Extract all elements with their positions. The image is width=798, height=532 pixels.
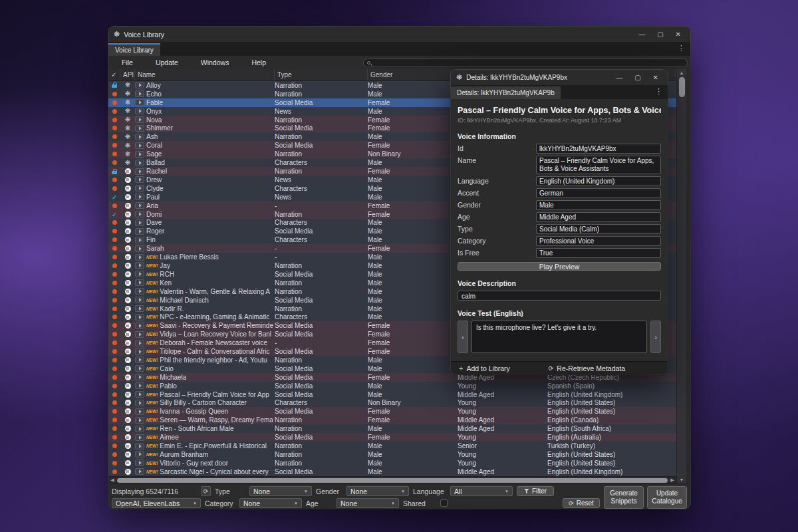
row-play-button[interactable] (135, 176, 144, 183)
source-select[interactable]: OpenAI, ElevenLabs▼ (112, 498, 201, 508)
row-play-button[interactable] (135, 374, 144, 380)
table-row[interactable]: NEW! Pascal – Friendly Calm Voice for Ap… (108, 390, 676, 399)
table-row[interactable]: NEW! Emin E. - Epic,Powerfull & Historic… (108, 442, 676, 450)
row-play-button[interactable] (135, 408, 144, 415)
row-play-button[interactable] (135, 245, 144, 252)
re-retrieve-metadata-button[interactable]: ⟳ Re-Retrieve Metadata (541, 362, 633, 374)
kebab-menu-icon[interactable]: ⋮ (678, 44, 685, 53)
table-row[interactable]: NEW! Sarcastic Nigel - Cynical about eve… (108, 467, 676, 476)
row-play-button[interactable] (135, 279, 144, 286)
header-check[interactable]: ✓ (108, 69, 120, 80)
dialog-close-button[interactable]: ✕ (653, 74, 658, 81)
table-row[interactable]: NEW! Ivanna - Gossip Queen Social Media … (108, 407, 676, 416)
row-play-button[interactable] (135, 151, 144, 158)
row-play-button[interactable] (135, 443, 144, 450)
row-play-button[interactable] (135, 160, 144, 166)
row-play-button[interactable] (135, 254, 144, 261)
search-field[interactable] (363, 59, 688, 67)
row-play-button[interactable] (135, 271, 144, 277)
previous-test-button[interactable]: ‹ (458, 321, 468, 353)
generate-snippets-button[interactable]: Generate Snippets (604, 486, 644, 509)
row-play-button[interactable] (135, 262, 144, 269)
age-filter-select[interactable]: None▼ (336, 498, 399, 508)
menu-help[interactable]: Help (251, 59, 266, 66)
voice-description-input[interactable]: calm (458, 291, 661, 301)
header-type[interactable]: Type (275, 69, 368, 80)
language-filter-select[interactable]: All▼ (450, 486, 513, 496)
row-play-button[interactable] (135, 365, 144, 372)
reset-button[interactable]: ⟳ Reset (563, 498, 600, 508)
horizontal-scrollbar[interactable]: ◀ ▶ (108, 476, 676, 483)
field-value-input[interactable]: Social Media (Calm) (536, 224, 661, 234)
filter-button[interactable]: Filter (517, 486, 554, 496)
tab-voice-library[interactable]: Voice Library (108, 43, 160, 56)
field-value-input[interactable]: lkkYHYBn2tuMgVKAP9bx (536, 144, 661, 154)
table-row[interactable]: NEW! Aurum Branham Narration Male Young … (108, 450, 676, 459)
maximize-button[interactable]: ▢ (657, 31, 663, 38)
table-row[interactable]: NEW! Pablo Social Media Male Young Spani… (108, 382, 676, 390)
menu-windows[interactable]: Windows (201, 59, 229, 66)
vertical-scroll-thumb[interactable] (679, 77, 685, 97)
row-play-button[interactable] (135, 108, 144, 114)
play-preview-button[interactable]: Play Preview (458, 262, 661, 271)
search-input[interactable] (373, 59, 684, 66)
row-play-button[interactable] (135, 228, 144, 235)
add-to-library-button[interactable]: + Add to Library (451, 362, 518, 374)
row-play-button[interactable] (135, 99, 144, 106)
row-play-button[interactable] (135, 82, 144, 88)
scroll-right-icon[interactable]: ▶ (668, 477, 676, 483)
row-play-button[interactable] (135, 305, 144, 312)
close-button[interactable]: ✕ (676, 31, 681, 38)
row-play-button[interactable] (135, 323, 144, 329)
row-play-button[interactable] (135, 468, 144, 475)
horizontal-scroll-thumb[interactable] (117, 478, 668, 483)
row-play-button[interactable] (135, 116, 144, 123)
field-value-input[interactable]: Male (536, 200, 661, 210)
row-play-button[interactable] (135, 434, 144, 441)
row-play-button[interactable] (135, 219, 144, 226)
shared-checkbox[interactable] (440, 499, 448, 507)
voice-test-textarea[interactable]: Is this microphone live? Let's give it a… (471, 321, 647, 353)
row-play-button[interactable] (135, 90, 144, 97)
row-play-button[interactable] (135, 340, 144, 346)
table-row[interactable]: NEW! Vittorio - Guy next door Narration … (108, 459, 676, 467)
row-play-button[interactable] (135, 134, 144, 140)
header-name[interactable]: Name (135, 69, 275, 80)
menu-file[interactable]: File (122, 59, 133, 66)
field-value-input[interactable]: Middle Aged (536, 212, 661, 222)
row-play-button[interactable] (135, 451, 144, 458)
dialog-minimize-button[interactable]: — (616, 74, 622, 81)
row-play-button[interactable] (135, 125, 144, 132)
gender-filter-select[interactable]: None▼ (346, 486, 409, 496)
category-filter-select[interactable]: None▼ (239, 498, 302, 508)
row-play-button[interactable] (135, 185, 144, 192)
row-play-button[interactable] (135, 460, 144, 466)
row-play-button[interactable] (135, 331, 144, 338)
row-play-button[interactable] (135, 382, 144, 389)
field-value-input[interactable]: Pascal – Friendly Calm Voice for Apps, B… (536, 156, 661, 174)
window-titlebar[interactable]: ❋ Voice Library — ▢ ✕ (108, 27, 690, 42)
header-gender[interactable]: Gender (368, 69, 458, 80)
field-value-input[interactable]: Professional Voice (536, 236, 661, 246)
scroll-down-icon[interactable]: ▼ (680, 476, 684, 483)
vertical-scrollbar[interactable]: ▲ ▼ (676, 69, 686, 483)
table-row[interactable]: NEW! Silly Billy - Cartoon Character Cha… (108, 399, 676, 408)
minimize-button[interactable]: — (638, 31, 645, 38)
row-play-button[interactable] (135, 297, 144, 303)
row-play-button[interactable] (135, 348, 144, 355)
row-play-button[interactable] (135, 314, 144, 321)
dialog-titlebar[interactable]: ❋ Details: lkkYHYBn2tuMgVKAP9bx — ▢ ✕ (451, 70, 668, 85)
refresh-button[interactable]: ⟳ (201, 486, 211, 496)
table-row[interactable]: NEW! Seren — Warm, Raspy, Dreamy Fema Na… (108, 416, 676, 424)
dialog-tab[interactable]: Details: lkkYHYBn2tuMgVKAP9b (451, 86, 561, 99)
row-play-button[interactable] (135, 202, 144, 209)
row-play-button[interactable] (135, 417, 144, 424)
row-play-button[interactable] (135, 288, 144, 295)
row-play-button[interactable] (135, 356, 144, 363)
row-play-button[interactable] (135, 142, 144, 149)
row-play-button[interactable] (135, 237, 144, 243)
field-value-input[interactable]: True (536, 248, 661, 258)
dialog-maximize-button[interactable]: ▢ (634, 74, 640, 81)
type-filter-select[interactable]: None▼ (249, 486, 312, 496)
dialog-kebab-menu-icon[interactable]: ⋮ (655, 87, 662, 96)
